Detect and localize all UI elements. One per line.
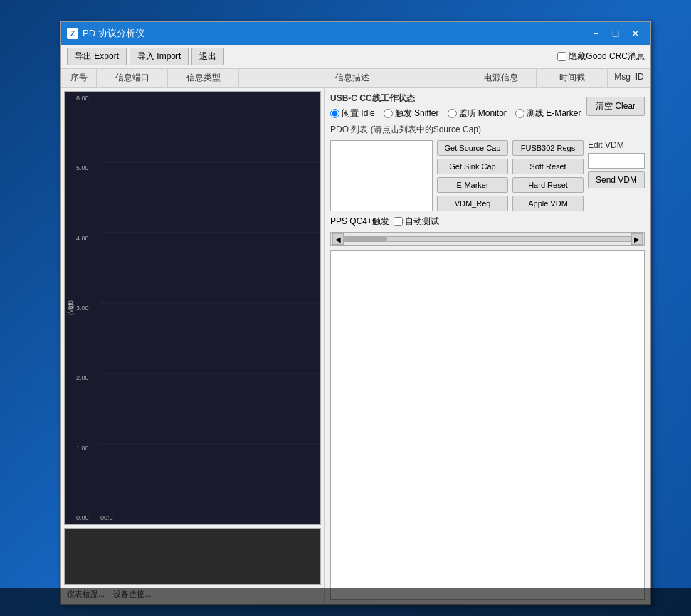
mode-idle[interactable]: 闲置 Idle (330, 107, 375, 120)
waveform-box: 代线(Volt) 6.00 5.00 4.00 3.00 2.00 1.00 0… (64, 91, 321, 525)
log-textarea[interactable] (330, 250, 645, 600)
right-panel: USB-C CC线工作状态 闲置 Idle 触发 Sniffer 监听 M (325, 88, 650, 604)
cc-mode-radio-group: 闲置 Idle 触发 Sniffer 监听 Monitor 测线 E- (330, 107, 581, 120)
mode-sniffer-radio[interactable] (384, 109, 393, 118)
table-header: 序号 信息端口 信息类型 信息描述 电源信息 时间截 Msg ID (61, 69, 650, 87)
chart-y-3: 3.00 (76, 304, 100, 312)
chart-container: 代线(Volt) 6.00 5.00 4.00 3.00 2.00 1.00 0… (65, 92, 320, 524)
pdo-buttons-col2: FUSB302 Regs Soft Reset Hard Reset Apple… (512, 140, 584, 211)
scroll-area[interactable]: ◀ ▶ (330, 232, 645, 246)
exit-button[interactable]: 退出 (191, 48, 224, 65)
pps-row: PPS QC4+触发 自动测试 (330, 216, 645, 228)
scroll-thumb[interactable] (344, 237, 387, 241)
cc-status-group: USB-C CC线工作状态 闲置 Idle 触发 Sniffer 监听 M (330, 92, 581, 120)
col-header-power: 电源信息 (465, 69, 537, 87)
scroll-left-arrow[interactable]: ◀ (332, 233, 344, 245)
edit-vdm-col: Edit VDM Send VDM (588, 140, 645, 211)
apple-vdm-button[interactable]: Apple VDM (512, 196, 584, 211)
pdo-buttons-col1: Get Source Cap Get Sink Cap E-Marker VDM… (437, 140, 508, 211)
close-button[interactable]: ✕ (626, 26, 645, 41)
col-header-desc: 信息描述 (239, 69, 465, 87)
mode-monitor[interactable]: 监听 Monitor (448, 107, 507, 120)
pdo-list-box[interactable] (330, 140, 433, 211)
chart-y-4: 4.00 (76, 235, 100, 242)
clear-button[interactable]: 清空 Clear (586, 97, 645, 116)
auto-test-label[interactable]: 自动测试 (394, 216, 439, 228)
small-preview-panel (64, 528, 321, 585)
bottom-section: 代线(Volt) 6.00 5.00 4.00 3.00 2.00 1.00 0… (61, 88, 650, 604)
taskbar (0, 588, 691, 616)
cc-status-row: USB-C CC线工作状态 闲置 Idle 触发 Sniffer 监听 M (330, 92, 645, 120)
col-header-type: 信息类型 (168, 69, 239, 87)
chart-y-labels: 6.00 5.00 4.00 3.00 2.00 1.00 0.00 (76, 95, 100, 521)
soft-reset-button[interactable]: Soft Reset (512, 159, 584, 174)
col-header-time: 时间截 (537, 69, 608, 87)
mode-idle-radio[interactable] (330, 109, 339, 118)
app-icon: Z (67, 28, 78, 39)
scroll-track[interactable] (344, 236, 631, 242)
e-marker-button[interactable]: E-Marker (437, 177, 508, 193)
send-vdm-button[interactable]: Send VDM (588, 171, 645, 188)
col-header-seq: 序号 (61, 69, 97, 87)
pps-label: PPS QC4+触发 (330, 216, 389, 228)
fusb302-regs-button[interactable]: FUSB302 Regs (512, 140, 584, 156)
cc-status-label: USB-C CC线工作状态 (330, 92, 581, 105)
chart-y-6: 6.00 (76, 95, 100, 102)
vdm-input[interactable] (588, 153, 645, 169)
minimize-button[interactable]: − (586, 26, 605, 41)
hide-crc-label[interactable]: 隐藏Good CRC消息 (557, 51, 645, 63)
mode-emarker-radio[interactable] (515, 109, 524, 118)
hide-crc-checkbox[interactable] (557, 52, 566, 61)
title-bar: Z PD 协议分析仪 − □ ✕ (61, 22, 650, 45)
get-source-cap-button[interactable]: Get Source Cap (437, 140, 508, 156)
hard-reset-button[interactable]: Hard Reset (512, 177, 584, 193)
import-button[interactable]: 导入 Import (130, 48, 189, 65)
pdo-label: PDO 列表 (请点击列表中的Source Cap) (330, 124, 645, 136)
auto-test-checkbox[interactable] (394, 217, 403, 226)
chart-grid (100, 92, 320, 514)
main-window: Z PD 协议分析仪 − □ ✕ 导出 Export 导入 Import 退出 … (60, 21, 651, 605)
col-header-port: 信息端口 (97, 69, 168, 87)
vdm-req-button[interactable]: VDM_Req (437, 196, 508, 211)
title-bar-left: Z PD 协议分析仪 (67, 27, 144, 40)
mode-emarker[interactable]: 测线 E-Marker (515, 107, 581, 120)
auto-test-text: 自动测试 (405, 216, 439, 228)
chart-x-label: 00:0 (100, 514, 113, 524)
get-sink-cap-button[interactable]: Get Sink Cap (437, 159, 508, 174)
chart-y-2: 2.00 (76, 374, 100, 381)
title-bar-buttons: − □ ✕ (586, 26, 645, 41)
export-button[interactable]: 导出 Export (67, 48, 127, 65)
y-axis-label: 代线(Volt) (66, 300, 75, 315)
window-title: PD 协议分析仪 (83, 27, 144, 40)
chart-plot-area (100, 92, 320, 514)
left-panel: 代线(Volt) 6.00 5.00 4.00 3.00 2.00 1.00 0… (61, 88, 325, 604)
chart-y-0: 0.00 (76, 514, 100, 521)
toolbar-right: 隐藏Good CRC消息 (557, 51, 645, 63)
mode-sniffer[interactable]: 触发 Sniffer (384, 107, 439, 120)
chart-y-1: 1.00 (76, 445, 100, 452)
toolbar-left: 导出 Export 导入 Import 退出 (67, 48, 224, 65)
mode-monitor-radio[interactable] (448, 109, 457, 118)
edit-vdm-label: Edit VDM (588, 140, 645, 150)
pdo-area: Get Source Cap Get Sink Cap E-Marker VDM… (330, 140, 645, 211)
toolbar: 导出 Export 导入 Import 退出 隐藏Good CRC消息 (61, 45, 650, 69)
chart-y-5: 5.00 (76, 164, 100, 171)
scroll-right-arrow[interactable]: ▶ (631, 233, 643, 245)
maximize-button[interactable]: □ (606, 26, 625, 41)
col-header-msgid: Msg ID (608, 69, 650, 87)
